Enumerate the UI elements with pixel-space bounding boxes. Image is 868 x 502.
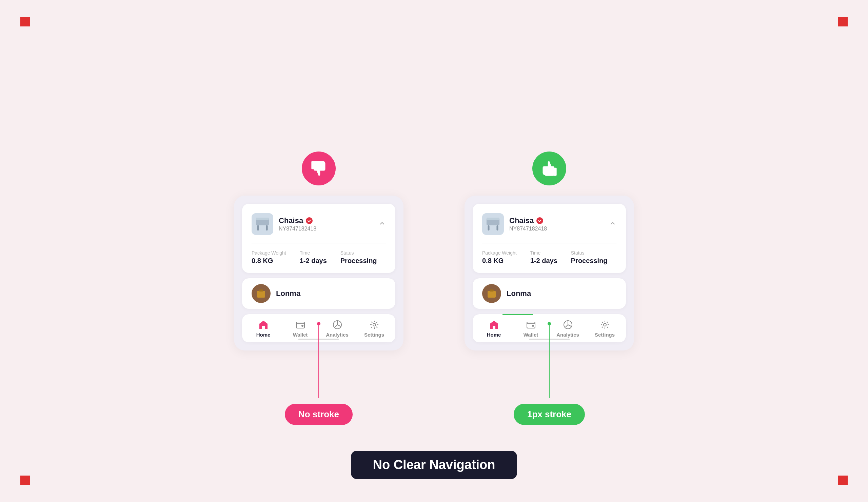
bad-package-details-1: Package Weight 0.8 KG Time 1-2 days Stat… xyxy=(251,243,386,265)
svg-rect-14 xyxy=(488,225,489,230)
bad-package-card-2: Lonma xyxy=(242,278,395,309)
svg-rect-7 xyxy=(259,290,263,292)
bad-product-image-1 xyxy=(251,213,273,235)
corner-marker-bl xyxy=(20,475,30,485)
good-product-image-1 xyxy=(482,213,504,235)
bad-nav-settings-label: Settings xyxy=(364,332,384,338)
svg-rect-18 xyxy=(488,291,496,297)
good-nav-active-stroke xyxy=(503,314,533,315)
good-nav-settings-label: Settings xyxy=(595,332,615,338)
corner-marker-tl xyxy=(20,17,30,27)
corner-marker-tr xyxy=(838,17,848,27)
svg-rect-12 xyxy=(554,168,557,176)
good-settings-icon xyxy=(599,319,611,331)
good-product-id-1: NY8747182418 xyxy=(509,226,547,232)
bad-home-icon xyxy=(258,319,269,331)
good-package-details-1: Package Weight 0.8 KG Time 1-2 days Stat… xyxy=(482,243,617,265)
svg-point-23 xyxy=(603,323,606,326)
svg-rect-6 xyxy=(257,291,265,297)
svg-rect-4 xyxy=(256,218,269,220)
bad-settings-icon xyxy=(369,319,380,331)
bottom-label: No Clear Navigation xyxy=(351,451,517,479)
good-product-name-1: Chaisa xyxy=(509,216,547,225)
thumbs-down-icon xyxy=(302,151,336,186)
svg-rect-2 xyxy=(257,225,259,230)
good-annotation: 1px stroke xyxy=(514,324,585,425)
good-package-card-2: Lonma xyxy=(473,278,626,309)
bad-annotation-label: No stroke xyxy=(285,404,353,425)
bad-product-id-1: NY8747182418 xyxy=(279,226,316,232)
good-product-name-2: Lonma xyxy=(507,289,531,298)
good-annotation-label: 1px stroke xyxy=(514,404,585,425)
chevron-up-icon-bad[interactable] xyxy=(379,220,386,229)
verified-icon xyxy=(306,217,313,224)
bad-product-image-2 xyxy=(251,284,271,303)
bad-nav-home[interactable]: Home xyxy=(248,319,279,338)
good-nav-home-label: Home xyxy=(487,332,501,338)
bad-panel: Chaisa NY8747182418 xyxy=(234,151,403,351)
corner-marker-br xyxy=(838,475,848,485)
svg-point-11 xyxy=(373,323,376,326)
svg-rect-19 xyxy=(489,290,494,292)
bad-nav-settings[interactable]: Settings xyxy=(359,319,390,338)
good-nav-settings[interactable]: Settings xyxy=(590,319,620,338)
svg-rect-15 xyxy=(496,225,498,230)
bad-product-name-2: Lonma xyxy=(276,289,300,298)
bad-annotation: No stroke xyxy=(285,324,353,425)
thumbs-up-icon xyxy=(532,151,566,186)
good-verified-icon xyxy=(536,217,543,224)
main-container: Chaisa NY8747182418 xyxy=(20,17,848,485)
good-home-icon xyxy=(488,319,500,331)
good-package-card-1: Chaisa NY8747182418 xyxy=(473,204,626,273)
bad-package-card-1: Chaisa NY8747182418 xyxy=(242,204,395,273)
svg-rect-16 xyxy=(487,218,499,220)
chevron-up-icon-good[interactable] xyxy=(609,220,617,229)
bad-nav-home-label: Home xyxy=(256,332,271,338)
good-nav-home[interactable]: Home xyxy=(479,319,509,338)
good-product-image-2 xyxy=(482,284,501,303)
bad-product-name-1: Chaisa xyxy=(279,216,316,225)
good-panel: Chaisa NY8747182418 xyxy=(465,151,634,351)
svg-rect-0 xyxy=(311,161,314,169)
svg-rect-3 xyxy=(266,225,268,230)
